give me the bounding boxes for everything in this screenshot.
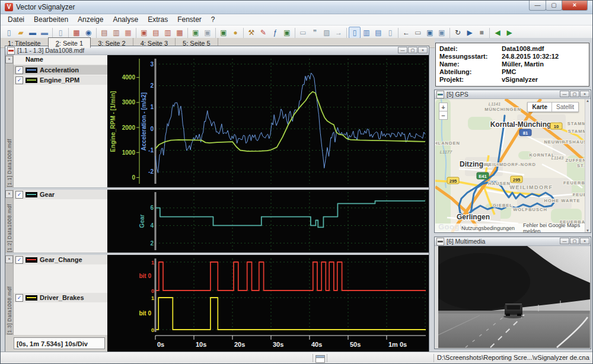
digital-chart[interactable]: 10bit 010bit 0	[107, 255, 429, 335]
info-value: vSignalyzer	[502, 76, 538, 84]
svg-text:81: 81	[523, 130, 528, 136]
signal-checkbox[interactable]: ✓	[15, 66, 23, 74]
note-icon[interactable]: ▭	[297, 27, 309, 39]
tools-icon[interactable]: ⚒	[246, 27, 257, 39]
child-close-button[interactable]: ×	[418, 47, 428, 53]
menu-item-anzeige[interactable]: Anzeige	[73, 14, 108, 25]
title-bar[interactable]: V Vector vSignalyzer — ▢ ×	[1, 1, 592, 14]
group-close-button[interactable]: ×	[5, 256, 13, 263]
multimedia-window-titlebar[interactable]: [6] Multimedia — ▢ ×	[435, 237, 591, 246]
svg-text:20s: 20s	[234, 341, 245, 348]
signal-row-gear_change[interactable]: ✓Gear_Change	[14, 255, 107, 264]
layout-vertical-icon[interactable]: ▥	[361, 27, 372, 39]
menu-item-[interactable]: ?	[206, 14, 220, 25]
save-icon[interactable]: ▬	[27, 27, 39, 39]
oscilloscope-icon[interactable]: ▤	[150, 27, 162, 39]
group-close-button[interactable]: ×	[5, 190, 13, 198]
menu-item-bearbeiten[interactable]: Bearbeiten	[29, 14, 73, 25]
gps-minimize-button[interactable]: —	[560, 91, 569, 97]
signal-row-gear[interactable]: ✓Gear	[14, 190, 107, 199]
open-folder-icon[interactable]: ▰	[15, 27, 27, 39]
analog-chart[interactable]: 01000200030004000Engine_RPM - [1/min]321…	[107, 55, 429, 187]
new-file-icon[interactable]: ▯	[3, 27, 15, 39]
refresh-icon[interactable]: ↻	[452, 27, 464, 39]
gps-window-titlebar[interactable]: [5] GPS — ▢ ×	[435, 90, 591, 99]
stop-icon[interactable]: ■	[476, 27, 487, 39]
info-row: Datei:Data1008.mdf	[439, 45, 589, 53]
add-window-icon[interactable]: ▣	[424, 27, 436, 39]
dock-left-icon[interactable]: ←	[400, 27, 412, 39]
sync-display-icon[interactable]: ▣	[218, 27, 229, 39]
map-type-satellit-button[interactable]: Satellit	[551, 102, 579, 112]
calendar-icon[interactable]: ▦	[122, 27, 134, 39]
info-value: 24.8.2015 10:32:12	[502, 53, 559, 60]
signal-checkbox[interactable]: ✓	[15, 256, 23, 264]
new-page-icon[interactable]: ▯	[55, 27, 66, 39]
save-all-icon[interactable]: ▬	[39, 27, 50, 39]
forward-icon[interactable]: →	[333, 27, 345, 39]
signal-row-acceleration[interactable]: ✓Acceleration	[14, 65, 107, 75]
import-window-icon[interactable]: ▣	[190, 27, 202, 39]
frame-icon[interactable]: ▭	[412, 27, 424, 39]
script-window-icon[interactable]: ▣	[281, 27, 293, 39]
svg-text:Gear: Gear	[139, 214, 145, 228]
signal-config-icon[interactable]: ▦	[71, 27, 82, 39]
window-copy-icon[interactable]: ▣	[202, 27, 213, 39]
menu-item-fenster[interactable]: Fenster	[173, 14, 206, 25]
signal-row-engine_rpm[interactable]: ✓Engine_RPM	[14, 75, 107, 85]
menu-item-extras[interactable]: Extras	[143, 14, 173, 25]
map-type-karte-button[interactable]: Karte	[527, 102, 552, 112]
next-icon[interactable]: ▶	[503, 27, 515, 39]
child-minimize-button[interactable]: —	[398, 47, 407, 53]
restore-window-icon[interactable]: ▣	[436, 27, 448, 39]
menu-item-analyse[interactable]: Analyse	[108, 14, 143, 25]
layout-horizontal-icon[interactable]: ▤	[372, 27, 384, 39]
graph-window-icon[interactable]: ▥	[162, 27, 174, 39]
time-axis[interactable]: 0s10s20s30s40s50s1m 0s	[107, 335, 429, 352]
mm-close-button[interactable]: ×	[580, 238, 589, 244]
function-icon[interactable]: ƒ	[269, 27, 281, 39]
comment-icon[interactable]: ❞	[309, 27, 321, 39]
scroll-up-icon[interactable]: ▲	[586, 99, 589, 103]
signal-checkbox[interactable]: ✓	[15, 191, 23, 199]
group-close-button[interactable]: ×	[5, 56, 13, 63]
video-frame[interactable]	[438, 246, 590, 348]
prev-icon[interactable]: ◀	[492, 27, 503, 39]
layout-single-icon[interactable]: ▯	[349, 27, 361, 39]
signal-name: Gear	[40, 191, 55, 198]
gps-restore-button[interactable]: ▢	[570, 91, 579, 97]
maximize-button[interactable]: ▢	[546, 1, 562, 11]
map-zoom-in-button[interactable]: +	[439, 103, 448, 111]
scope-config-icon[interactable]: ▦	[174, 27, 186, 39]
mm-restore-button[interactable]: ▢	[570, 238, 579, 244]
app-title: Vector vSignalyzer	[16, 3, 75, 11]
tab-seite-2[interactable]: 2: Seite 1	[48, 37, 91, 48]
print-setup-icon[interactable]: ▥	[110, 27, 122, 39]
map-report-error-link[interactable]: Fehler bei Google Maps melden	[523, 222, 586, 233]
measure-pen-icon[interactable]: ✎	[257, 27, 269, 39]
minimize-button[interactable]: —	[529, 1, 546, 11]
svg-text:bit 0: bit 0	[139, 310, 151, 317]
signal-row-driver_brakes[interactable]: ✓Driver_Brakes	[14, 293, 107, 302]
svg-text:-2: -2	[148, 168, 154, 175]
mm-minimize-button[interactable]: —	[560, 238, 569, 244]
menu-item-datei[interactable]: Datei	[3, 14, 29, 25]
signal-checkbox[interactable]: ✓	[15, 76, 23, 84]
signal-checkbox[interactable]: ✓	[15, 294, 23, 302]
image-icon[interactable]: ▨	[321, 27, 333, 39]
layout-full-icon[interactable]: ▯	[384, 27, 396, 39]
settings-clock-icon[interactable]: ●	[229, 27, 241, 39]
gps-close-button[interactable]: ×	[580, 91, 589, 97]
map-terms-link[interactable]: Nutzungsbedingungen	[461, 225, 515, 231]
database-icon[interactable]: ◉	[82, 27, 94, 39]
print-page-icon[interactable]: ▤	[98, 27, 110, 39]
chart-window-icon[interactable]: ▣	[138, 27, 150, 39]
close-button[interactable]: ×	[562, 1, 588, 11]
gps-map[interactable]: MÜNCHINGENL1141Korntal-MünchingenSTAMMHS…	[435, 99, 586, 232]
gps-scrollbar[interactable]: ▲▼	[585, 99, 590, 232]
gear-chart[interactable]: 642Gear	[107, 190, 429, 253]
play-icon[interactable]: ▶	[464, 27, 476, 39]
map-zoom-out-button[interactable]: −	[439, 111, 448, 120]
scroll-down-icon[interactable]: ▼	[586, 229, 589, 232]
child-restore-button[interactable]: ▢	[408, 47, 417, 53]
